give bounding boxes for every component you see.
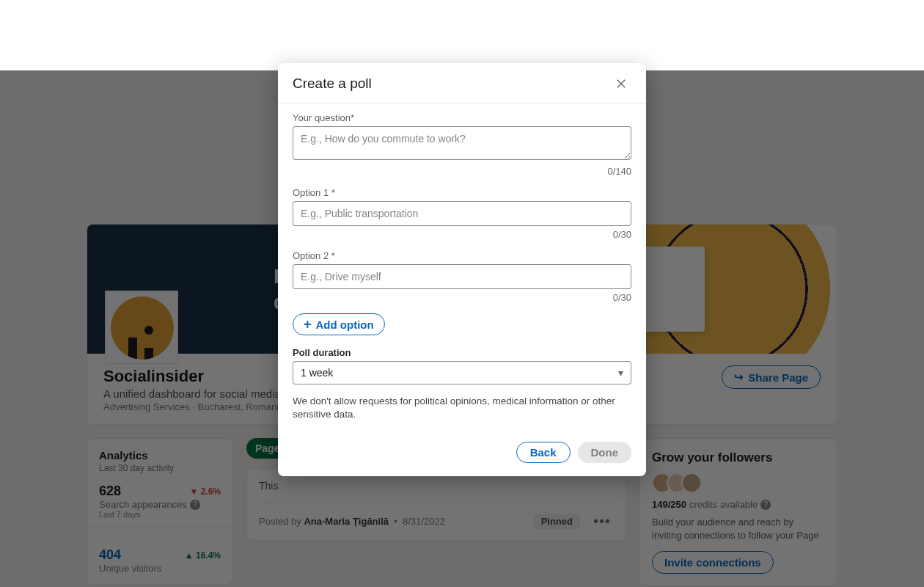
plus-icon: +	[304, 318, 312, 331]
modal-body: Your question* 0/140 Option 1 * 0/30 Opt…	[278, 103, 646, 433]
modal-header: Create a poll	[278, 63, 646, 103]
duration-select[interactable]: 1 week ▾	[293, 361, 631, 384]
option1-input[interactable]	[293, 201, 631, 226]
option2-label: Option 2 *	[293, 250, 631, 261]
option1-counter: 0/30	[293, 229, 631, 240]
option1-label: Option 1 *	[293, 187, 631, 198]
duration-label: Poll duration	[293, 347, 631, 358]
modal-title: Create a poll	[293, 76, 372, 92]
close-button[interactable]	[611, 73, 631, 94]
duration-value: 1 week	[301, 367, 333, 379]
add-option-label: Add option	[316, 318, 374, 331]
question-label: Your question*	[293, 112, 631, 123]
caret-down-icon: ▾	[618, 367, 623, 379]
question-counter: 0/140	[293, 166, 631, 177]
create-poll-modal: Create a poll Your question* 0/140 Optio…	[278, 63, 646, 476]
done-button[interactable]: Done	[578, 442, 632, 463]
option2-input[interactable]	[293, 264, 631, 289]
option2-counter: 0/30	[293, 292, 631, 303]
question-input[interactable]	[293, 126, 631, 160]
back-button[interactable]: Back	[516, 442, 571, 463]
add-option-button[interactable]: + Add option	[293, 313, 385, 335]
close-icon	[615, 77, 628, 90]
disclaimer-text: We don't allow requests for political op…	[293, 395, 631, 421]
modal-footer: Back Done	[278, 433, 646, 476]
